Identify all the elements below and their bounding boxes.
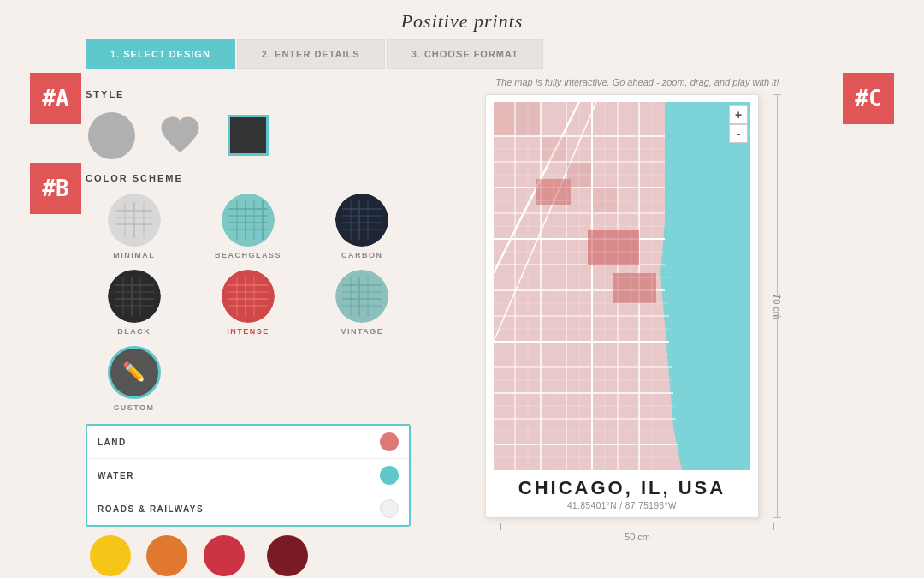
- gradient-orange[interactable]: ORANGE: [146, 535, 188, 578]
- svg-point-16: [335, 194, 388, 247]
- shape-heart[interactable]: [154, 110, 205, 161]
- minimal-map-icon: [108, 194, 161, 247]
- scheme-carbon[interactable]: CARBON: [314, 194, 411, 259]
- h-dim-tick-right: [773, 523, 774, 530]
- scheme-minimal[interactable]: MINIMAL: [86, 194, 182, 259]
- gradient-red[interactable]: RED: [204, 535, 245, 578]
- app-title: Positive prints: [0, 0, 924, 39]
- marker-b: #B: [30, 163, 81, 214]
- scheme-custom[interactable]: ✏️ CUSTOM: [86, 346, 182, 412]
- burgundy-circle: [267, 535, 308, 576]
- intense-map-icon: [222, 270, 275, 323]
- shape-circle[interactable]: [86, 110, 137, 161]
- main-content: STYLE COLOR SCHEME: [0, 77, 924, 578]
- heart-icon: [157, 112, 204, 159]
- map-coords: 41.85401°N / 87.75196°W: [493, 501, 751, 510]
- scheme-beachglass[interactable]: BEACHGLASS: [199, 194, 296, 259]
- h-dim-tick-left: [500, 523, 501, 530]
- custom-swatch: ✏️: [108, 346, 161, 399]
- map-city-name: CHICAGO, IL, USA: [493, 477, 751, 499]
- color-rows-container: LAND WATER ROADS & RAILWAYS: [86, 424, 411, 527]
- black-swatch: [108, 270, 161, 323]
- black-label: BLACK: [117, 327, 151, 336]
- water-label: WATER: [98, 471, 134, 480]
- land-color-swatch[interactable]: [380, 432, 399, 451]
- intense-swatch: [222, 270, 275, 323]
- chicago-map-svg: [493, 102, 751, 470]
- orange-circle: [146, 535, 187, 576]
- map-visual[interactable]: [493, 102, 751, 470]
- roads-color-swatch[interactable]: [380, 499, 399, 518]
- color-row-roads[interactable]: ROADS & RAILWAYS: [87, 492, 409, 525]
- horizontal-dimension: [500, 523, 774, 530]
- map-container-outer: + -: [485, 94, 790, 518]
- color-scheme-title: COLOR SCHEME: [86, 173, 411, 183]
- style-options: [86, 110, 411, 161]
- carbon-label: CARBON: [341, 251, 383, 259]
- red-circle: [204, 535, 245, 576]
- color-scheme-grid: MINIMAL BEACH: [86, 194, 411, 412]
- pencil-icon: ✏️: [122, 361, 145, 384]
- zoom-out-button[interactable]: -: [729, 124, 748, 143]
- h-dim-line: [505, 527, 770, 527]
- zoom-controls: + -: [729, 105, 748, 143]
- svg-point-24: [108, 270, 161, 323]
- vintage-label: VINTAGE: [341, 327, 383, 336]
- marker-c: #C: [843, 73, 894, 124]
- vertical-dimension-line-2: [777, 316, 778, 519]
- minimal-swatch: [108, 194, 161, 247]
- scheme-vintage[interactable]: VINTAGE: [314, 270, 411, 336]
- shape-square[interactable]: [222, 110, 274, 161]
- svg-point-7: [222, 194, 275, 247]
- logo-text: Positive prints: [401, 10, 524, 32]
- intense-label: INTENSE: [227, 327, 270, 336]
- scheme-black[interactable]: BLACK: [86, 270, 182, 336]
- golden-circle: [90, 535, 131, 576]
- left-panel: STYLE COLOR SCHEME: [86, 77, 411, 578]
- tab-select-design[interactable]: 1. SELECT DESIGN: [86, 39, 235, 69]
- zoom-in-button[interactable]: +: [729, 105, 748, 124]
- circle-icon: [88, 112, 135, 159]
- tab-bar: 1. SELECT DESIGN 2. ENTER DETAILS 3. CHO…: [86, 39, 838, 69]
- map-card[interactable]: + -: [485, 94, 759, 518]
- vintage-swatch: [335, 270, 388, 323]
- svg-rect-73: [494, 102, 514, 135]
- horizontal-dimension-container: 50 cm: [500, 523, 774, 542]
- marker-a: #A: [30, 73, 81, 124]
- vintage-map-icon: [335, 270, 388, 323]
- gradient-burgundy[interactable]: BURGUNDY: [260, 535, 315, 578]
- carbon-map-icon: [335, 194, 388, 247]
- custom-label: CUSTOM: [114, 403, 155, 412]
- black-map-icon: [108, 270, 161, 323]
- beachglass-label: BEACHGLASS: [215, 251, 281, 259]
- scheme-intense[interactable]: INTENSE: [199, 270, 296, 336]
- land-label: LAND: [98, 438, 127, 447]
- carbon-swatch: [335, 194, 388, 247]
- right-panel: The map is fully interactive. Go ahead -…: [436, 77, 838, 578]
- water-color-swatch[interactable]: [380, 466, 399, 485]
- vertical-dimension: 70 cm: [764, 94, 790, 518]
- color-row-water[interactable]: WATER: [87, 459, 409, 492]
- beachglass-map-icon: [222, 194, 275, 247]
- tab-enter-details[interactable]: 2. ENTER DETAILS: [237, 39, 385, 69]
- svg-point-40: [335, 270, 388, 323]
- color-row-land[interactable]: LAND: [87, 426, 409, 459]
- style-section-title: STYLE: [86, 89, 411, 99]
- svg-rect-70: [588, 230, 639, 265]
- gradient-golden[interactable]: GOLDEN: [90, 535, 131, 578]
- svg-point-32: [222, 270, 275, 323]
- roads-label: ROADS & RAILWAYS: [98, 504, 204, 514]
- map-hint-text: The map is fully interactive. Go ahead -…: [495, 77, 779, 87]
- tab-choose-format[interactable]: 3. CHOOSE FORMAT: [387, 39, 543, 69]
- minimal-label: MINIMAL: [113, 251, 155, 259]
- beachglass-swatch: [222, 194, 275, 247]
- gradient-swatches: GOLDEN ORANGE RED BURGUNDY: [86, 535, 411, 578]
- square-icon: [228, 115, 269, 156]
- horizontal-dimension-label: 50 cm: [625, 532, 650, 542]
- vertical-dimension-line: [777, 94, 778, 297]
